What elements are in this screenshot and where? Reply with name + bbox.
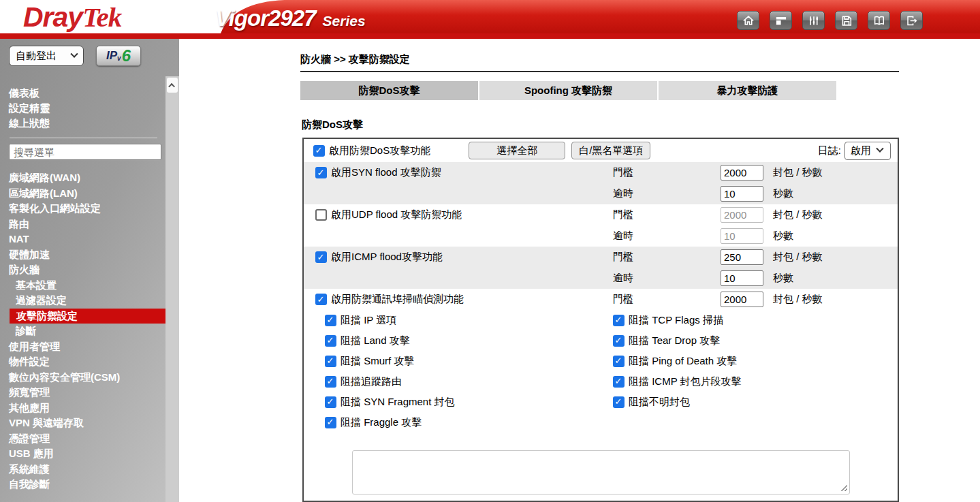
sidebar-item[interactable]: 線上狀態 — [9, 116, 165, 131]
block-ip-options-label: 阻擋 IP 選項 — [341, 314, 396, 327]
port-scan-threshold-unit: 封包 / 秒數 — [773, 293, 898, 306]
block-fraggle-checkbox[interactable] — [325, 417, 336, 428]
syn-flood-timeout-input[interactable] — [721, 186, 763, 202]
block-ping-of-death-checkbox[interactable] — [613, 356, 625, 367]
sidebar-item-defense-setup[interactable]: 攻擊防禦設定 — [10, 309, 165, 324]
block-tcp-flags-scan-label: 阻擋 TCP Flags 掃描 — [629, 314, 723, 327]
sidebar-item-bandwidth-management[interactable]: 頻寬管理 — [9, 385, 165, 401]
block-trace-route-checkbox[interactable] — [325, 376, 336, 388]
syn-flood-row: 啟用SYN flood 攻擊防禦門檻封包 / 秒數逾時秒數 — [304, 162, 898, 204]
menu-search-input[interactable] — [9, 144, 161, 160]
sidebar-item-vpn-remote-access[interactable]: VPN 與遠端存取 — [9, 415, 165, 431]
draytek-logo: DrayTek — [23, 1, 121, 33]
udp-flood-threshold-input[interactable] — [721, 207, 763, 223]
icmp-flood-timeout-input[interactable] — [721, 270, 763, 286]
block-syn-fragment-label: 阻擋 SYN Fragment 封包 — [341, 396, 455, 409]
dos-defense-panel: 啟用防禦DoS攻擊功能 選擇全部 白/黑名單選項 日誌: 啟用 啟用SYN fl… — [302, 138, 899, 502]
block-syn-fragment-checkbox[interactable] — [325, 396, 336, 408]
block-land-label: 阻擋 Land 攻擊 — [341, 334, 410, 347]
udp-flood-timeout-input[interactable] — [721, 228, 763, 244]
log-select[interactable]: 啟用 — [844, 142, 891, 160]
icmp-flood-timeout-unit: 秒數 — [773, 272, 898, 285]
sidebar-item-portal-setup[interactable]: 客製化入口網站設定 — [9, 201, 165, 217]
sidebar-item-hw-acceleration[interactable]: 硬體加速 — [9, 247, 165, 263]
block-syn-fragment-item: 阻擋 SYN Fragment 封包 — [325, 396, 613, 409]
port-scan-threshold-input[interactable] — [721, 292, 763, 307]
sidebar-item-objects-setting[interactable]: 物件設定 — [9, 354, 165, 370]
sidebar-item-nat[interactable]: NAT — [9, 232, 165, 247]
enable-dos-defense-checkbox[interactable] — [313, 145, 325, 157]
sidebar-item-usb-application[interactable]: USB 應用 — [9, 446, 165, 462]
sidebar-item-system-maintenance[interactable]: 系統維護 — [9, 462, 165, 477]
port-scan-row: 啟用防禦通訊埠掃瞄偵測功能門檻封包 / 秒數 — [304, 289, 898, 310]
syn-flood-label: 啟用SYN flood 攻擊防禦 — [331, 166, 441, 179]
select-all-button[interactable]: 選擇全部 — [469, 142, 565, 159]
block-unknown-protocol-item: 阻擋不明封包 — [613, 396, 898, 409]
manual-book-icon[interactable] — [868, 11, 890, 30]
tab-spoofing-defense[interactable]: Spoofing 攻擊防禦 — [479, 81, 657, 100]
sidebar-item-user-management[interactable]: 使用者管理 — [9, 339, 165, 355]
block-unknown-protocol-checkbox[interactable] — [613, 396, 625, 408]
block-ip-options-checkbox[interactable] — [325, 315, 336, 326]
icmp-flood-threshold-input[interactable] — [721, 249, 763, 265]
block-smurf-item: 阻擋 Smurf 攻擊 — [325, 355, 613, 368]
auto-logout-select[interactable]: 自動登出 — [9, 46, 84, 66]
tab-brute-force-protection[interactable]: 暴力攻擊防護 — [659, 81, 836, 100]
icmp-flood-checkbox[interactable] — [315, 251, 327, 263]
block-tcp-flags-scan-checkbox[interactable] — [613, 315, 625, 326]
block-tear-drop-checkbox[interactable] — [613, 335, 625, 347]
block-ping-of-death-label: 阻擋 Ping of Death 攻擊 — [629, 355, 737, 368]
sidebar-item-self-diagnosis[interactable]: 自我診斷 — [9, 477, 165, 492]
block-trace-route-label: 阻擋追蹤路由 — [341, 375, 402, 388]
sidebar-item-wan[interactable]: 廣域網路(WAN) — [9, 170, 165, 186]
tab-dos-defense[interactable]: 防禦DoS攻擊 — [300, 81, 478, 100]
syn-flood-threshold-label: 門檻 — [613, 166, 721, 179]
app-header: DrayTek Vigor2927Series — [0, 0, 980, 39]
scroll-up-button[interactable] — [167, 78, 178, 93]
sidebar-scrollbar[interactable] — [165, 76, 179, 502]
udp-flood-checkbox[interactable] — [315, 209, 327, 221]
port-scan-threshold-label: 門檻 — [613, 293, 721, 306]
syn-flood-timeout-label: 逾時 — [613, 187, 721, 200]
sidebar-menu: 儀表板設定精靈線上狀態 廣域網路(WAN)區域網路(LAN)客製化入口網站設定路… — [0, 76, 165, 502]
sidebar-item-firewall[interactable]: 防火牆 — [9, 262, 165, 278]
status-sliders-icon[interactable] — [802, 11, 825, 30]
icmp-flood-timeout-label: 逾時 — [613, 272, 721, 285]
white-black-list-button[interactable]: 白/黑名單選項 — [571, 142, 650, 159]
panel-header-row: 啟用防禦DoS攻擊功能 選擇全部 白/黑名單選項 日誌: 啟用 — [304, 139, 898, 162]
comment-textarea[interactable] — [352, 450, 850, 495]
sidebar-item-applications[interactable]: 其他應用 — [9, 401, 165, 416]
breadcrumb-rule — [300, 71, 899, 72]
sidebar-item-certificate-management[interactable]: 憑證管理 — [9, 431, 165, 447]
tab-bar: 防禦DoS攻擊Spoofing 攻擊防禦暴力攻擊防護 — [300, 81, 838, 100]
port-scan-checkbox[interactable] — [315, 294, 327, 305]
logout-icon[interactable] — [900, 11, 923, 30]
block-smurf-checkbox[interactable] — [325, 356, 336, 367]
home-icon[interactable] — [737, 11, 759, 30]
sidebar-item-general-setup[interactable]: 基本設置 — [9, 278, 165, 294]
udp-flood-threshold-label: 門檻 — [613, 208, 721, 221]
block-land-checkbox[interactable] — [325, 335, 336, 347]
block-ping-of-death-item: 阻擋 Ping of Death 攻擊 — [613, 355, 898, 368]
ipv6-button[interactable]: IPv6 — [96, 46, 141, 66]
sidebar-item-routing[interactable]: 路由 — [9, 217, 165, 232]
icmp-flood-row: 啟用ICMP flood攻擊功能門檻封包 / 秒數逾時秒數 — [304, 247, 898, 289]
model-title: Vigor2927Series — [215, 5, 366, 31]
syn-flood-threshold-input[interactable] — [721, 165, 763, 181]
block-icmp-fragment-checkbox[interactable] — [613, 376, 625, 388]
udp-flood-threshold-unit: 封包 / 秒數 — [773, 208, 898, 221]
sidebar-item-csm[interactable]: 數位內容安全管理(CSM) — [9, 370, 165, 386]
syn-flood-timeout-unit: 秒數 — [773, 187, 898, 200]
block-icmp-fragment-item: 阻擋 ICMP 封包片段攻擊 — [613, 375, 898, 388]
wizard-icon[interactable] — [770, 11, 792, 30]
sidebar-item[interactable]: 設定精靈 — [9, 101, 165, 116]
sidebar-item-lan[interactable]: 區域網路(LAN) — [9, 186, 165, 202]
udp-flood-row: 啟用UDP flood 攻擊防禦功能門檻封包 / 秒數逾時秒數 — [304, 204, 898, 247]
sidebar-item[interactable]: 儀表板 — [9, 86, 165, 101]
block-trace-route-item: 阻擋追蹤路由 — [325, 375, 613, 388]
sidebar-item-diagnose[interactable]: 診斷 — [9, 324, 165, 339]
syn-flood-checkbox[interactable] — [315, 167, 327, 178]
sidebar-item-filter-setup[interactable]: 過濾器設定 — [9, 293, 165, 309]
block-fraggle-item: 阻擋 Fraggle 攻擊 — [325, 416, 613, 429]
save-icon[interactable] — [835, 11, 857, 30]
